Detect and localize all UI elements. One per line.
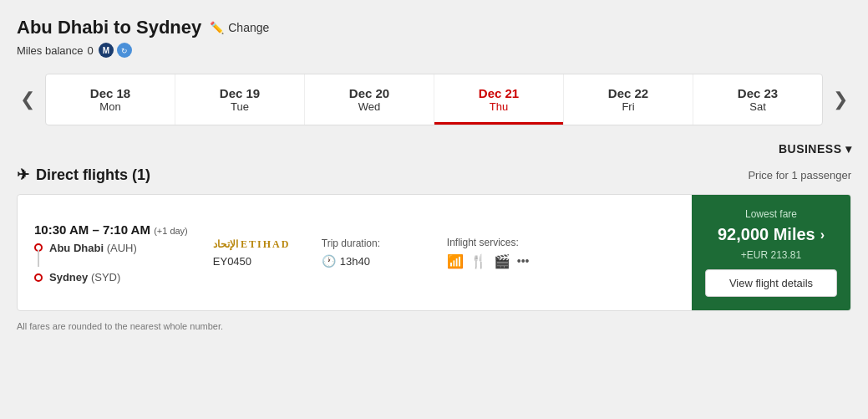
flight-time-range: 10:30 AM – 7:10 AM (+1 day) <box>34 222 188 237</box>
lowest-fare-label: Lowest fare <box>745 208 797 220</box>
view-details-button[interactable]: View flight details <box>705 269 837 297</box>
price-block: Lowest fare 92,000 Miles › +EUR 213.81 V… <box>692 195 850 310</box>
section-title-text: Direct flights (1) <box>36 166 150 184</box>
inflight-icons: 📶 🍴 🎬 ••• <box>447 253 530 269</box>
origin-label: Abu Dhabi (AUH) <box>49 242 137 254</box>
dest-label: Sydney (SYD) <box>49 271 120 284</box>
date-item-dec19[interactable]: Dec 19 Tue <box>175 74 305 125</box>
flight-info: 10:30 AM – 7:10 AM (+1 day) Abu Dhabi (A… <box>18 195 692 310</box>
miles-icon: M ↻ <box>98 42 133 59</box>
date-num-dec19: Dec 19 <box>220 86 260 100</box>
date-num-dec18: Dec 18 <box>90 86 130 100</box>
date-day-dec18: Mon <box>99 100 120 113</box>
airline-block: الإتحاد ETIHAD EY0450 <box>213 238 297 268</box>
pencil-icon: ✏️ <box>210 21 224 34</box>
page-wrapper: Abu Dhabi to Sydney ✏️ Change Miles bala… <box>17 17 851 331</box>
date-num-dec23: Dec 23 <box>738 86 778 100</box>
miles-amount: 92,000 Miles › <box>718 225 825 244</box>
date-day-dec21: Thu <box>490 100 508 113</box>
prev-date-button[interactable]: ❮ <box>17 89 38 110</box>
dest-dot <box>34 273 43 282</box>
date-picker-wrapper: ❮ Dec 18 Mon Dec 19 Tue Dec 20 Wed Dec 2… <box>17 74 851 125</box>
svg-text:M: M <box>103 46 109 55</box>
svg-text:↻: ↻ <box>121 47 128 55</box>
date-item-dec21[interactable]: Dec 21 Thu <box>434 74 564 125</box>
change-button[interactable]: ✏️ Change <box>210 21 269 34</box>
price-note: Price for 1 passenger <box>748 169 851 181</box>
airline-english: ETIHAD <box>241 238 290 250</box>
route-line <box>38 250 39 267</box>
date-num-dec20: Dec 20 <box>349 86 389 100</box>
cabin-filter-label: BUSINESS <box>779 142 842 156</box>
entertainment-icon: 🎬 <box>494 253 510 269</box>
date-day-dec22: Fri <box>622 100 634 113</box>
flight-number: EY0450 <box>213 255 251 268</box>
section-title: ✈ Direct flights (1) <box>17 166 150 184</box>
section-header: ✈ Direct flights (1) Price for 1 passeng… <box>17 166 851 184</box>
more-icon: ••• <box>517 254 530 268</box>
date-item-dec23[interactable]: Dec 23 Sat <box>693 74 822 125</box>
cabin-chevron-icon: ▾ <box>845 142 852 156</box>
eur-amount: +EUR 213.81 <box>741 249 801 261</box>
plane-icon: ✈ <box>17 166 29 184</box>
plus-day: (+1 day) <box>154 226 188 236</box>
date-day-dec19: Tue <box>231 100 249 113</box>
flight-card: 10:30 AM – 7:10 AM (+1 day) Abu Dhabi (A… <box>17 194 851 311</box>
miles-balance-label: Miles balance <box>17 44 84 57</box>
date-picker: Dec 18 Mon Dec 19 Tue Dec 20 Wed Dec 21 … <box>45 74 823 125</box>
trip-duration-label: Trip duration: <box>322 238 422 249</box>
date-item-dec22[interactable]: Dec 22 Fri <box>564 74 693 125</box>
airline-logo: الإتحاد ETIHAD <box>213 238 291 251</box>
flight-times: 10:30 AM – 7:10 AM (+1 day) Abu Dhabi (A… <box>34 222 188 284</box>
wifi-icon: 📶 <box>447 253 464 269</box>
inflight-block: Inflight services: 📶 🍴 🎬 ••• <box>447 237 530 269</box>
date-item-dec18[interactable]: Dec 18 Mon <box>46 74 175 125</box>
filter-row: BUSINESS ▾ <box>17 142 851 156</box>
date-num-dec22: Dec 22 <box>608 86 648 100</box>
date-day-dec23: Sat <box>749 100 766 113</box>
clock-icon: 🕐 <box>322 254 336 268</box>
date-item-dec20[interactable]: Dec 20 Wed <box>305 74 434 125</box>
footer-note: All fares are rounded to the nearest who… <box>17 321 851 331</box>
airline-arabic: الإتحاد <box>213 238 238 250</box>
next-date-button[interactable]: ❯ <box>830 89 851 110</box>
food-icon: 🍴 <box>470 253 487 269</box>
page-title: Abu Dhabi to Sydney <box>17 17 201 38</box>
trip-duration-value: 🕐 13h40 <box>322 254 422 268</box>
page-header: Abu Dhabi to Sydney ✏️ Change <box>17 17 851 38</box>
date-num-dec21: Dec 21 <box>479 86 519 100</box>
miles-chevron-icon: › <box>820 227 825 243</box>
cabin-filter-button[interactable]: BUSINESS ▾ <box>779 142 851 156</box>
miles-balance-value: 0 <box>88 44 94 57</box>
miles-balance-row: Miles balance 0 M ↻ <box>17 42 851 59</box>
flight-route: Abu Dhabi (AUH) Sydney (SYD) <box>34 242 188 284</box>
inflight-label: Inflight services: <box>447 237 530 248</box>
trip-details: Trip duration: 🕐 13h40 <box>322 238 422 268</box>
date-day-dec20: Wed <box>358 100 381 113</box>
